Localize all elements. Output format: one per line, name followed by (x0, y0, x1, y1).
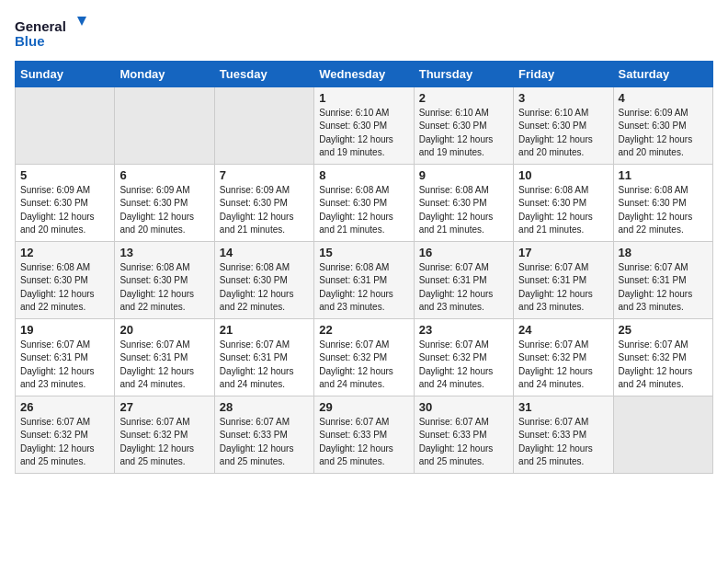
day-number: 4 (619, 91, 708, 105)
day-number: 24 (518, 323, 608, 337)
day-details: Sunrise: 6:09 AM Sunset: 6:30 PM Dayligh… (619, 107, 708, 160)
day-cell: 9Sunrise: 6:08 AM Sunset: 6:30 PM Daylig… (414, 164, 513, 241)
day-number: 18 (619, 246, 708, 259)
day-cell: 31Sunrise: 6:07 AM Sunset: 6:33 PM Dayli… (514, 396, 613, 473)
day-cell: 27Sunrise: 6:07 AM Sunset: 6:32 PM Dayli… (115, 396, 214, 473)
day-details: Sunrise: 6:08 AM Sunset: 6:30 PM Dayligh… (220, 261, 309, 315)
day-number: 2 (419, 91, 508, 105)
day-cell: 6Sunrise: 6:09 AM Sunset: 6:30 PM Daylig… (115, 164, 214, 241)
day-details: Sunrise: 6:09 AM Sunset: 6:30 PM Dayligh… (20, 184, 109, 237)
day-number: 12 (20, 246, 109, 259)
col-header-sunday: Sunday (16, 61, 115, 86)
day-cell: 30Sunrise: 6:07 AM Sunset: 6:33 PM Dayli… (414, 396, 513, 473)
day-details: Sunrise: 6:08 AM Sunset: 6:30 PM Dayligh… (20, 261, 109, 315)
day-details: Sunrise: 6:07 AM Sunset: 6:31 PM Dayligh… (220, 339, 309, 392)
day-details: Sunrise: 6:07 AM Sunset: 6:32 PM Dayligh… (20, 416, 109, 469)
day-number: 9 (419, 168, 508, 182)
day-cell: 23Sunrise: 6:07 AM Sunset: 6:32 PM Dayli… (414, 318, 513, 396)
day-cell: 29Sunrise: 6:07 AM Sunset: 6:33 PM Dayli… (314, 396, 414, 473)
logo: General Blue (15, 15, 88, 53)
day-number: 16 (419, 246, 508, 259)
col-header-monday: Monday (115, 61, 214, 86)
day-number: 8 (319, 168, 408, 182)
svg-marker-2 (77, 17, 86, 26)
col-header-thursday: Thursday (414, 61, 513, 86)
day-cell: 14Sunrise: 6:08 AM Sunset: 6:30 PM Dayli… (214, 241, 313, 318)
day-cell: 15Sunrise: 6:08 AM Sunset: 6:31 PM Dayli… (314, 241, 414, 318)
svg-text:Blue: Blue (15, 33, 45, 49)
logo-text: General Blue (15, 15, 88, 53)
day-cell: 18Sunrise: 6:07 AM Sunset: 6:31 PM Dayli… (613, 241, 712, 318)
day-details: Sunrise: 6:07 AM Sunset: 6:32 PM Dayligh… (319, 339, 408, 392)
day-cell: 10Sunrise: 6:08 AM Sunset: 6:30 PM Dayli… (514, 164, 613, 241)
header-row: SundayMondayTuesdayWednesdayThursdayFrid… (16, 61, 713, 86)
day-details: Sunrise: 6:07 AM Sunset: 6:33 PM Dayligh… (419, 416, 508, 469)
day-number: 29 (319, 400, 408, 414)
day-cell: 28Sunrise: 6:07 AM Sunset: 6:33 PM Dayli… (214, 396, 313, 473)
day-number: 17 (518, 246, 608, 259)
day-number: 5 (20, 168, 109, 182)
day-details: Sunrise: 6:07 AM Sunset: 6:33 PM Dayligh… (319, 416, 408, 469)
day-cell: 12Sunrise: 6:08 AM Sunset: 6:30 PM Dayli… (16, 241, 115, 318)
day-details: Sunrise: 6:08 AM Sunset: 6:30 PM Dayligh… (419, 184, 508, 237)
day-number: 28 (220, 400, 309, 414)
week-row-3: 12Sunrise: 6:08 AM Sunset: 6:30 PM Dayli… (16, 241, 713, 318)
day-details: Sunrise: 6:07 AM Sunset: 6:31 PM Dayligh… (419, 261, 508, 315)
col-header-friday: Friday (514, 61, 613, 86)
day-cell (16, 86, 115, 164)
day-cell: 7Sunrise: 6:09 AM Sunset: 6:30 PM Daylig… (214, 164, 313, 241)
day-details: Sunrise: 6:07 AM Sunset: 6:32 PM Dayligh… (518, 339, 608, 392)
day-cell: 19Sunrise: 6:07 AM Sunset: 6:31 PM Dayli… (16, 318, 115, 396)
day-details: Sunrise: 6:07 AM Sunset: 6:33 PM Dayligh… (220, 416, 309, 469)
logo-svg: General Blue (15, 15, 88, 50)
day-details: Sunrise: 6:07 AM Sunset: 6:31 PM Dayligh… (619, 261, 708, 315)
day-details: Sunrise: 6:10 AM Sunset: 6:30 PM Dayligh… (319, 107, 408, 160)
day-number: 15 (319, 246, 408, 259)
week-row-4: 19Sunrise: 6:07 AM Sunset: 6:31 PM Dayli… (16, 318, 713, 396)
week-row-2: 5Sunrise: 6:09 AM Sunset: 6:30 PM Daylig… (16, 164, 713, 241)
day-details: Sunrise: 6:07 AM Sunset: 6:32 PM Dayligh… (419, 339, 508, 392)
svg-text:General: General (15, 18, 66, 34)
day-cell: 21Sunrise: 6:07 AM Sunset: 6:31 PM Dayli… (214, 318, 313, 396)
day-number: 26 (20, 400, 109, 414)
day-number: 20 (119, 323, 209, 337)
day-cell: 22Sunrise: 6:07 AM Sunset: 6:32 PM Dayli… (314, 318, 414, 396)
page-header: General Blue (15, 15, 713, 53)
day-cell (613, 396, 712, 473)
day-number: 22 (319, 323, 408, 337)
day-cell: 5Sunrise: 6:09 AM Sunset: 6:30 PM Daylig… (16, 164, 115, 241)
day-cell: 3Sunrise: 6:10 AM Sunset: 6:30 PM Daylig… (514, 86, 613, 164)
col-header-wednesday: Wednesday (314, 61, 414, 86)
day-number: 7 (220, 168, 309, 182)
day-cell: 20Sunrise: 6:07 AM Sunset: 6:31 PM Dayli… (115, 318, 214, 396)
day-cell: 26Sunrise: 6:07 AM Sunset: 6:32 PM Dayli… (16, 396, 115, 473)
day-number: 14 (220, 246, 309, 259)
day-number: 13 (119, 246, 209, 259)
day-details: Sunrise: 6:08 AM Sunset: 6:31 PM Dayligh… (319, 261, 408, 315)
day-number: 25 (619, 323, 708, 337)
day-number: 23 (419, 323, 508, 337)
day-details: Sunrise: 6:07 AM Sunset: 6:33 PM Dayligh… (518, 416, 608, 469)
day-details: Sunrise: 6:07 AM Sunset: 6:31 PM Dayligh… (20, 339, 109, 392)
day-number: 6 (119, 168, 209, 182)
calendar-table: SundayMondayTuesdayWednesdayThursdayFrid… (15, 61, 713, 474)
day-details: Sunrise: 6:08 AM Sunset: 6:30 PM Dayligh… (518, 184, 608, 237)
day-details: Sunrise: 6:08 AM Sunset: 6:30 PM Dayligh… (619, 184, 708, 237)
day-details: Sunrise: 6:07 AM Sunset: 6:32 PM Dayligh… (619, 339, 708, 392)
day-details: Sunrise: 6:07 AM Sunset: 6:31 PM Dayligh… (518, 261, 608, 315)
day-details: Sunrise: 6:09 AM Sunset: 6:30 PM Dayligh… (119, 184, 209, 237)
day-details: Sunrise: 6:07 AM Sunset: 6:31 PM Dayligh… (119, 339, 209, 392)
day-details: Sunrise: 6:09 AM Sunset: 6:30 PM Dayligh… (220, 184, 309, 237)
day-number: 30 (419, 400, 508, 414)
day-details: Sunrise: 6:10 AM Sunset: 6:30 PM Dayligh… (419, 107, 508, 160)
day-details: Sunrise: 6:10 AM Sunset: 6:30 PM Dayligh… (518, 107, 608, 160)
day-cell: 2Sunrise: 6:10 AM Sunset: 6:30 PM Daylig… (414, 86, 513, 164)
day-cell (214, 86, 313, 164)
day-cell (115, 86, 214, 164)
day-cell: 4Sunrise: 6:09 AM Sunset: 6:30 PM Daylig… (613, 86, 712, 164)
day-number: 31 (518, 400, 608, 414)
day-details: Sunrise: 6:08 AM Sunset: 6:30 PM Dayligh… (319, 184, 408, 237)
week-row-1: 1Sunrise: 6:10 AM Sunset: 6:30 PM Daylig… (16, 86, 713, 164)
day-number: 3 (518, 91, 608, 105)
day-cell: 8Sunrise: 6:08 AM Sunset: 6:30 PM Daylig… (314, 164, 414, 241)
